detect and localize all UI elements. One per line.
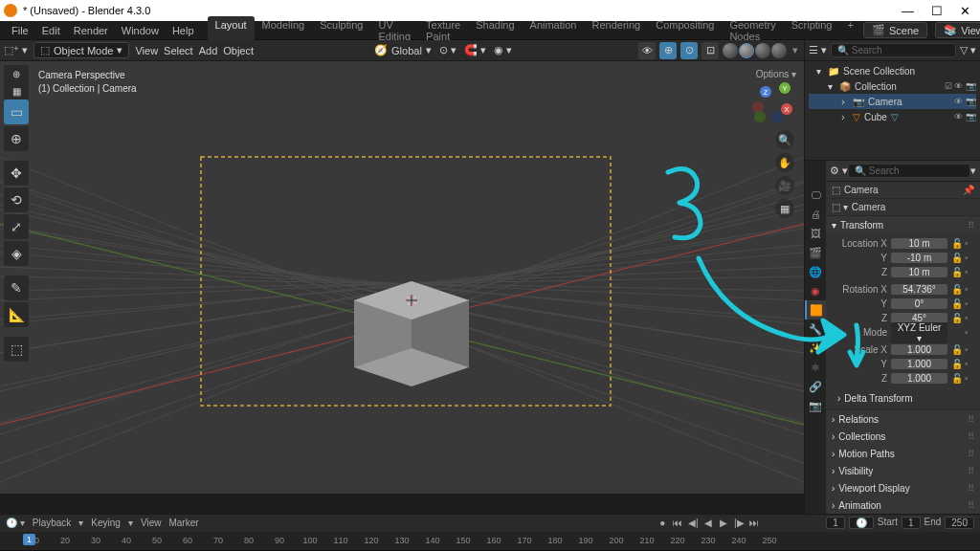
rotation-mode[interactable]: XYZ Euler ▾	[891, 322, 947, 343]
wireframe-icon[interactable]	[723, 43, 738, 58]
outliner-scene-collection[interactable]: ▾📁 Scene Collection	[809, 63, 976, 78]
prop-editor-icon[interactable]: ⚙ ▾	[830, 165, 848, 177]
measure-tool[interactable]: 📐	[4, 302, 29, 327]
ptab-object[interactable]: 🟧	[805, 300, 826, 320]
rendered-icon[interactable]	[771, 43, 787, 58]
nav-gizmo[interactable]: Z Y X	[752, 82, 792, 122]
close-icon[interactable]: ✕	[960, 4, 970, 18]
snap-icon[interactable]: 🧲 ▾	[464, 44, 486, 56]
select-box-tool[interactable]: ▭	[4, 99, 29, 124]
minimize-icon[interactable]: —	[902, 4, 914, 18]
ptab-viewlayer[interactable]: 🖼	[805, 224, 826, 243]
ptab-constraints[interactable]: 🔗	[805, 377, 826, 396]
menu-edit[interactable]: Edit	[36, 23, 66, 38]
outliner-editor-icon[interactable]: ☰ ▾	[809, 44, 827, 56]
timeline-editor-icon[interactable]: 🕐 ▾	[6, 518, 25, 528]
ptab-render[interactable]: 🖵	[805, 186, 826, 205]
outliner-item-camera[interactable]: ›📷 Camera 👁 📷	[809, 94, 976, 109]
outliner-item-cube[interactable]: ›▽ Cube ▽👁 📷	[809, 109, 976, 124]
transform-tool[interactable]: ◈	[4, 241, 29, 266]
panel-transform-header[interactable]: ▾ Transform⠿	[826, 216, 980, 233]
ptab-scene[interactable]: 🎬	[805, 243, 826, 262]
axis-neg-z[interactable]	[771, 111, 783, 122]
rot-y[interactable]: 0°	[891, 298, 947, 309]
matprev-icon[interactable]	[755, 43, 770, 58]
ptab-modifiers[interactable]: 🔧	[805, 320, 826, 339]
axis-x[interactable]: X	[781, 103, 792, 115]
autokey-icon[interactable]: ●	[656, 518, 669, 528]
overlay-toggle[interactable]: ⊙	[680, 42, 698, 59]
outliner-search[interactable]: 🔍 Search	[831, 43, 956, 57]
viewport[interactable]: ⊕ ▦ ▭ ⊕ ✥ ⟲ ⤢ ◈ ✎ 📐 ⬚ Camera Perspective…	[0, 61, 804, 494]
shading-modes[interactable]	[723, 43, 787, 58]
xray-icon[interactable]: ⊡	[702, 42, 719, 59]
orientation-selector[interactable]: Global	[391, 45, 422, 56]
orientation-icon[interactable]: 🧭	[374, 44, 388, 56]
menu-help[interactable]: Help	[167, 23, 200, 38]
viewport-menu-view[interactable]: View	[135, 45, 158, 56]
panel-visibility[interactable]: › Visibility⠿	[826, 462, 980, 479]
grid-icon[interactable]: ▦	[4, 82, 29, 99]
pin-icon[interactable]: 📌	[963, 185, 974, 195]
ptab-physics[interactable]: ⚛	[805, 358, 826, 377]
axis-z[interactable]: Z	[760, 86, 771, 98]
scene-selector[interactable]: 🎬 Scene	[863, 22, 927, 38]
panel-relations[interactable]: › Relations⠿	[826, 410, 980, 428]
visibility-icon[interactable]: 👁	[638, 42, 656, 59]
panel-delta-transform[interactable]: › Delta Transform	[832, 389, 974, 407]
loc-z[interactable]: 10 m	[891, 267, 947, 277]
autokey-toggle[interactable]: 🕐	[849, 517, 874, 529]
ptab-world[interactable]: 🌐	[805, 262, 826, 281]
solid-icon[interactable]	[739, 43, 754, 58]
annotate-tool[interactable]: ✎	[4, 276, 29, 300]
start-frame[interactable]: 1	[902, 517, 921, 529]
timeline-playback[interactable]: Playback	[33, 518, 72, 528]
lock-icon[interactable]: 🔓	[951, 238, 961, 249]
timeline-marker[interactable]: Marker	[168, 518, 198, 528]
gizmo-toggle[interactable]: ⊕	[659, 42, 677, 59]
scale-z[interactable]: 1.000	[891, 373, 947, 384]
play-icon[interactable]: ▶	[717, 518, 730, 528]
end-frame[interactable]: 250	[945, 517, 974, 529]
properties-search[interactable]: 🔍 Search	[848, 164, 970, 178]
next-key-icon[interactable]: |▶	[732, 518, 746, 528]
outliner-collection[interactable]: ▾📦 Collection☑ 👁 📷	[809, 78, 976, 94]
cursor-tool[interactable]: ⊕	[4, 126, 29, 151]
timeline-view[interactable]: View	[141, 518, 162, 528]
panel-collections[interactable]: › Collections⠿	[826, 428, 980, 445]
menu-render[interactable]: Render	[68, 23, 114, 38]
ptab-collection[interactable]: ◉	[805, 281, 826, 300]
jump-start-icon[interactable]: ⏮	[671, 518, 684, 528]
loc-y[interactable]: -10 m	[891, 253, 947, 263]
perspective-icon[interactable]: ▦	[775, 199, 794, 218]
jump-end-icon[interactable]: ⏭	[747, 518, 761, 528]
axis-neg-y[interactable]	[754, 111, 766, 122]
rot-x[interactable]: 54.736°	[891, 284, 947, 295]
menu-window[interactable]: Window	[116, 23, 165, 38]
timeline-keying[interactable]: Keying	[91, 518, 121, 528]
rotate-tool[interactable]: ⟲	[4, 187, 29, 212]
scale-y[interactable]: 1.000	[891, 359, 947, 369]
filter-icon[interactable]: ▽ ▾	[960, 44, 976, 56]
viewport-menu-add[interactable]: Add	[199, 45, 218, 56]
viewlayer-selector[interactable]: 📚 ViewLayer	[935, 22, 980, 38]
add-cube-tool[interactable]: ⬚	[4, 337, 29, 362]
zoom-icon[interactable]: 🔍	[775, 130, 794, 149]
scale-tool[interactable]: ⤢	[4, 214, 29, 239]
loc-x[interactable]: 10 m	[891, 238, 947, 249]
panel-viewport-display[interactable]: › Viewport Display⠿	[826, 479, 980, 496]
panel-motion-paths[interactable]: › Motion Paths⠿	[826, 445, 980, 462]
pan-icon[interactable]: ✋	[775, 153, 794, 172]
editor-type-icon[interactable]: ⬚⁺ ▾	[4, 44, 28, 56]
prop-options-icon[interactable]: ▾	[970, 165, 976, 177]
camera-view-icon[interactable]: 🎥	[775, 176, 794, 195]
ptab-data[interactable]: 📷	[805, 396, 826, 415]
playhead[interactable]: 1	[23, 534, 35, 545]
panel-animation[interactable]: › Animation⠿	[826, 496, 980, 514]
move-tool[interactable]: ✥	[4, 161, 29, 186]
mode-selector[interactable]: ⬚ Object Mode ▾	[33, 42, 129, 58]
options-dropdown[interactable]: Options ▾	[756, 69, 796, 79]
viewport-menu-select[interactable]: Select	[164, 45, 193, 56]
menu-file[interactable]: File	[6, 23, 34, 38]
play-reverse-icon[interactable]: ◀	[702, 518, 715, 528]
